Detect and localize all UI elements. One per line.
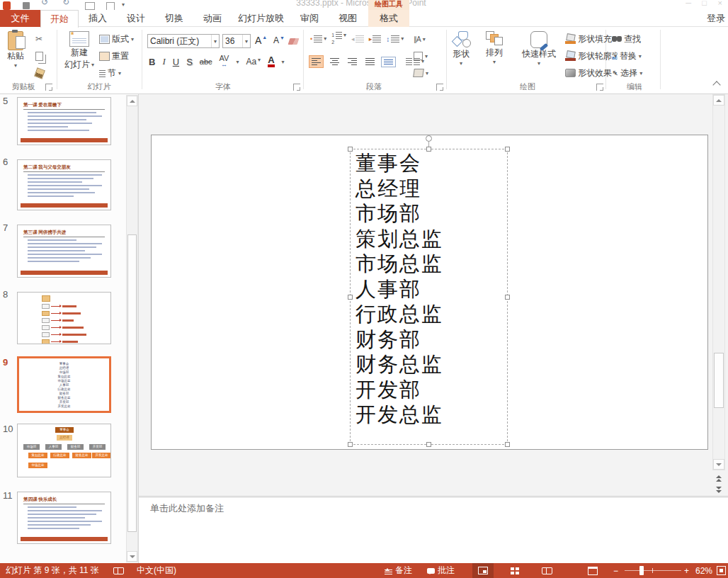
grow-font-button[interactable]: A ▲ bbox=[255, 34, 268, 47]
canvas-scroll-thumb[interactable] bbox=[714, 353, 724, 408]
change-case-button[interactable]: Aa ▾ bbox=[246, 57, 261, 67]
resize-handle-bottom-center[interactable] bbox=[426, 442, 431, 447]
slide-thumbnail-6[interactable]: 第二课 我与父母交朋友 bbox=[17, 159, 111, 210]
quick-styles-button[interactable]: 快速样式 ▾ bbox=[517, 31, 561, 67]
text-direction-button[interactable]: ∥A ▾ bbox=[414, 33, 426, 45]
shapes-button[interactable]: 形状 ▾ bbox=[452, 31, 470, 67]
next-slide-button[interactable] bbox=[713, 484, 724, 494]
zoom-out-button[interactable]: − bbox=[613, 563, 618, 578]
save-icon[interactable] bbox=[23, 2, 30, 9]
align-right-button[interactable] bbox=[346, 56, 359, 67]
rotate-handle[interactable] bbox=[426, 135, 432, 142]
slide-canvas[interactable]: 董事会总经理 市场部策划总监 市场总监人事部 行政总监财务部 财务总监开发部 开… bbox=[151, 135, 708, 450]
slide-thumbnail-5[interactable]: 第一课 爱在屋檐下 bbox=[17, 97, 111, 145]
find-button[interactable]: 查找 bbox=[612, 33, 641, 45]
italic-button[interactable]: I bbox=[162, 56, 165, 67]
notes-placeholder[interactable]: 单击此处添加备注 bbox=[150, 502, 224, 515]
layout-button[interactable]: 版式 ▾ bbox=[99, 33, 134, 45]
decrease-indent-button[interactable]: ◂ bbox=[351, 35, 364, 42]
format-painter-button[interactable] bbox=[35, 67, 44, 79]
font-dialog-launcher[interactable] bbox=[293, 84, 300, 91]
increase-indent-button[interactable]: ▸ bbox=[369, 35, 382, 42]
window-close-icon[interactable]: × bbox=[718, 0, 722, 7]
tab-home[interactable]: 开始 bbox=[40, 10, 79, 28]
bullets-button[interactable]: •▾ bbox=[310, 35, 326, 42]
resize-handle-middle-left[interactable] bbox=[348, 295, 353, 300]
slide-thumbnail-7[interactable]: 第三课 同侪携手共进 bbox=[17, 225, 111, 278]
notes-pane[interactable]: 单击此处添加备注 bbox=[139, 498, 728, 563]
tab-design[interactable]: 设计 bbox=[117, 10, 155, 27]
thumbnail-panel-scrollbar[interactable] bbox=[126, 95, 138, 562]
numbering-button[interactable]: 12▾ bbox=[331, 32, 346, 46]
thumb-scroll-down-button[interactable] bbox=[127, 551, 137, 562]
sign-in-link[interactable]: 登录 bbox=[707, 10, 725, 27]
line-spacing-button[interactable]: ↕▾ bbox=[386, 35, 404, 43]
undo-icon[interactable]: ↺ bbox=[41, 0, 48, 7]
shrink-font-button[interactable]: A ▼ bbox=[273, 34, 286, 47]
zoom-slider-thumb[interactable] bbox=[639, 566, 644, 575]
slide-sorter-view-button[interactable] bbox=[504, 563, 525, 578]
slide-thumbnail-9-selected[interactable]: 董事会总经理 市场部策划总监 市场总监人事部 行政总监财务部 财务总监开发部 开… bbox=[17, 356, 111, 413]
font-color-button[interactable]: A bbox=[268, 56, 274, 67]
tab-slide-show[interactable]: 幻灯片放映 bbox=[232, 10, 290, 27]
canvas-scrollbar[interactable] bbox=[712, 94, 725, 470]
drawing-dialog-launcher[interactable] bbox=[596, 84, 603, 91]
tab-animations[interactable]: 动画 bbox=[193, 10, 232, 27]
previous-slide-button[interactable] bbox=[713, 473, 724, 483]
spell-check-icon[interactable] bbox=[113, 563, 124, 578]
resize-handle-top-center[interactable] bbox=[426, 147, 431, 152]
canvas-scroll-up-button[interactable] bbox=[713, 95, 724, 106]
tab-transitions[interactable]: 切换 bbox=[155, 10, 193, 27]
quick-access-extra-icon[interactable] bbox=[106, 2, 115, 10]
reading-view-button[interactable] bbox=[536, 563, 557, 578]
canvas-scroll-down-button[interactable] bbox=[713, 459, 724, 470]
copy-button[interactable] bbox=[35, 50, 43, 62]
selected-text-box[interactable]: 董事会总经理 市场部策划总监 市场总监人事部 行政总监财务部 财务总监开发部 开… bbox=[350, 149, 508, 445]
shape-fill-button[interactable]: 形状填充 ▾ bbox=[565, 33, 617, 45]
font-name-combo[interactable]: Calibri (正文) ▾ bbox=[147, 34, 220, 48]
distributed-button[interactable] bbox=[381, 57, 396, 67]
qat-customize-icon[interactable]: ▾ bbox=[122, 1, 125, 8]
resize-handle-top-left[interactable] bbox=[348, 147, 353, 152]
font-size-dropdown-icon[interactable]: ▾ bbox=[242, 35, 248, 47]
language-indicator[interactable]: 中文(中国) bbox=[137, 563, 176, 578]
fit-to-window-button[interactable] bbox=[717, 563, 726, 578]
align-left-button[interactable] bbox=[309, 55, 324, 68]
zoom-slider-track[interactable] bbox=[625, 570, 681, 571]
justify-button[interactable] bbox=[363, 56, 377, 67]
slide-text[interactable]: 董事会总经理 市场部策划总监 市场总监人事部 行政总监财务部 财务总监开发部 开… bbox=[356, 151, 443, 428]
resize-handle-bottom-right[interactable] bbox=[505, 442, 510, 447]
slide-show-button[interactable] bbox=[582, 563, 603, 578]
new-slide-dropdown-icon[interactable]: ▾ bbox=[91, 62, 94, 68]
window-minimize-icon[interactable]: ─ bbox=[686, 0, 691, 7]
columns-button[interactable]: ▾ bbox=[406, 58, 424, 65]
underline-button[interactable]: U bbox=[173, 57, 179, 67]
cut-button[interactable]: ✂ bbox=[35, 33, 42, 45]
section-button[interactable]: 节 ▾ bbox=[99, 67, 121, 79]
tab-format[interactable]: 格式 bbox=[368, 10, 409, 27]
slide-thumbnail-8[interactable] bbox=[17, 292, 111, 344]
replace-button[interactable]: abac 替换 ▾ bbox=[612, 50, 642, 62]
shape-outline-button[interactable]: 形状轮廓 ▾ bbox=[565, 50, 617, 62]
text-shadow-button[interactable]: S bbox=[186, 57, 193, 67]
normal-view-button[interactable] bbox=[472, 563, 494, 578]
resize-handle-top-right[interactable] bbox=[505, 147, 510, 152]
redo-icon[interactable]: ↻ bbox=[62, 0, 69, 7]
paste-dropdown-icon[interactable]: ▾ bbox=[14, 62, 17, 69]
slide-thumbnail-11[interactable]: 第四课 快乐成长 bbox=[17, 492, 111, 544]
clipboard-dialog-launcher[interactable] bbox=[45, 84, 52, 91]
tab-review[interactable]: 审阅 bbox=[290, 10, 329, 27]
notes-toggle-button[interactable]: 备注 bbox=[385, 563, 412, 578]
shape-effects-button[interactable]: 形状效果 ▾ bbox=[565, 67, 617, 79]
zoom-in-button[interactable]: + bbox=[684, 563, 689, 578]
new-slide-button[interactable]: * 新建 幻灯片▾ bbox=[62, 31, 96, 71]
clear-formatting-button[interactable] bbox=[289, 35, 298, 47]
zoom-level[interactable]: 62% bbox=[695, 563, 712, 578]
slide-thumbnail-10[interactable]: 董事会 总经理 市场部 人事部 财务部 开发部 策划总监 行政总监 财务总监 开… bbox=[17, 424, 111, 477]
arrange-button[interactable]: 排列 ▾ bbox=[486, 31, 503, 65]
resize-handle-bottom-left[interactable] bbox=[348, 442, 353, 447]
paste-button[interactable]: 粘贴 ▾ bbox=[7, 31, 24, 69]
resize-handle-middle-right[interactable] bbox=[505, 295, 510, 300]
paragraph-dialog-launcher[interactable] bbox=[436, 84, 443, 91]
window-maximize-icon[interactable]: □ bbox=[702, 0, 707, 7]
